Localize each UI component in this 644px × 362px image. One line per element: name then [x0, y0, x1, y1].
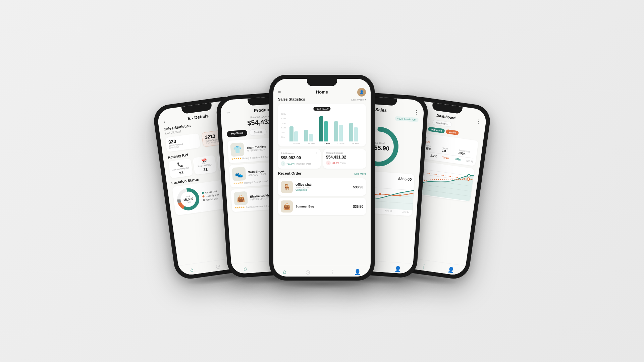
bag-name: Summer Bag — [296, 205, 314, 208]
bag-img: 👜 — [281, 200, 293, 213]
rating-label-tshirts: Rating & Review — [242, 156, 260, 160]
income-expense-section: Total Income ⋮ $98,982.90 ↑ +31.9% Than … — [278, 149, 366, 169]
home-header: ≡ Home 👤 — [278, 89, 366, 95]
edetails-title: E - Details — [187, 113, 209, 121]
nav-time-home[interactable]: ◷ — [306, 269, 310, 275]
chair-date: June 22, 2022 — [296, 186, 313, 189]
income-change: +31.9% — [286, 163, 294, 165]
income-more-icon[interactable]: ⋮ — [315, 152, 318, 156]
kpi-fielddays: 📅 Total Field Days 21 — [193, 155, 217, 175]
product-img-shoes: 👟 — [232, 167, 246, 181]
phone-notch-home — [307, 79, 337, 86]
hamburger-icon[interactable]: ≡ — [278, 89, 281, 95]
nav-user-dash[interactable]: 👤 — [447, 266, 454, 274]
nav-user-sales[interactable]: 👤 — [394, 265, 401, 272]
home-nav: ⌂ ◷ ⋮ 👤 — [273, 266, 371, 277]
bar-chart: $25k $20k $15k $10k $5k $1k — [281, 113, 363, 141]
income-label: Total Income — [281, 152, 294, 155]
recent-order-header: Recent Order See More — [278, 171, 366, 176]
filter-cardio[interactable]: Cardio — [446, 129, 459, 135]
back-arrow-icon[interactable]: ← — [162, 118, 168, 125]
stats-period[interactable]: Last Week ▾ — [351, 98, 366, 101]
income-value: $98,982.90 — [281, 156, 318, 160]
filter-institution[interactable]: Institution — [428, 127, 445, 133]
expense-label: Recent Expense — [326, 152, 363, 154]
nav-time-icon[interactable]: ◷ — [215, 263, 221, 270]
kpi-avgcall: 📞 Average Daily Call 32 — [168, 158, 193, 178]
sales-title: Sales — [375, 107, 387, 113]
tab-stocks[interactable]: Stocks — [249, 128, 267, 136]
chair-name: Office Chair — [296, 183, 313, 186]
chair-price: $98.90 — [353, 185, 363, 189]
sales-chart-card: +$12,432.00 $25k $20k $15k $10k $5k $1k — [278, 104, 366, 146]
total-income-card: Total Income ⋮ $98,982.90 ↑ +31.9% Than … — [278, 149, 321, 169]
see-more-link[interactable]: See More — [354, 172, 366, 175]
phone-home: ≡ Home 👤 Sales Statistics Last Week ▾ — [269, 75, 375, 281]
nav-chart-home[interactable]: ⋮ — [330, 269, 335, 275]
nav-home-icon[interactable]: ⌂ — [190, 267, 194, 274]
trend-badge: +12% than in July — [394, 116, 418, 122]
order-bag: 👜 Summer Bag $35.50 — [278, 198, 366, 215]
nav-chart-dash[interactable]: ⋮ — [421, 262, 427, 269]
phones-showcase: ← E - Details Sales Statistics June 25, … — [121, 30, 523, 332]
nav-home-home[interactable]: ⌂ — [283, 269, 286, 275]
current-month-value: $355,00 — [398, 177, 412, 182]
dashboard-title: Dashboard — [436, 113, 456, 120]
expense-change: -31.9% — [332, 162, 339, 164]
product-img-childshoes: 👜 — [233, 191, 248, 206]
chair-status: Completed — [296, 189, 313, 191]
tab-qualitative[interactable]: Qualitative — [432, 120, 452, 127]
tab-topsales[interactable]: Top Sales — [226, 130, 247, 137]
svg-point-18 — [467, 174, 470, 177]
product-img-tshirts: 👕 — [230, 142, 245, 157]
chart-highlight-badge: +$12,432.00 — [313, 107, 330, 111]
bag-price: $35.50 — [353, 205, 363, 208]
chart-x-labels: 10 June 11 June 12 June 13 June 14 June — [281, 142, 363, 144]
nav-user-home[interactable]: 👤 — [354, 269, 361, 275]
recent-order-title: Recent Order — [278, 171, 302, 175]
sales-menu-icon[interactable]: ⋮ — [413, 109, 419, 116]
ach-value: 90% — [454, 157, 461, 161]
recent-expense-card: Recent Expense $54,431.32 ↓ -31.9% Than — [323, 149, 366, 169]
user-avatar[interactable]: 👤 — [357, 88, 366, 97]
svg-point-19 — [467, 178, 470, 181]
dashboard-menu-icon[interactable]: ⋮ — [476, 118, 482, 125]
location-donut-chart: Total 16,500 Calls — [175, 186, 202, 213]
home-title: Home — [316, 89, 328, 95]
chair-img: 🪑 — [281, 181, 293, 193]
home-stats-title: Sales Statistics — [278, 97, 305, 101]
stat-qrw: 320 QRW Viewed 2min/QRW — [165, 133, 201, 152]
sales-value-dash: 1.2K — [430, 154, 437, 158]
nav-home-products[interactable]: ⌂ — [243, 265, 247, 272]
expense-value: $54,431.32 — [326, 155, 363, 160]
back-arrow-products[interactable]: ← — [225, 109, 231, 116]
order-chair: 🪑 Office Chair June 22, 2022 Completed $… — [278, 178, 366, 196]
